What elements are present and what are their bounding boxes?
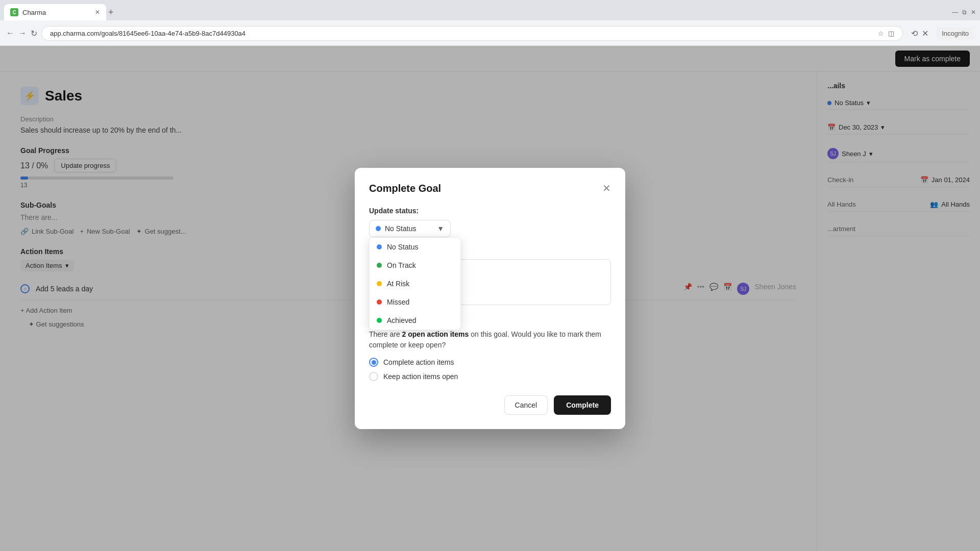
status-option-missed[interactable]: Missed	[370, 293, 460, 311]
on-track-label: On Track	[387, 261, 416, 269]
on-track-dot	[377, 263, 382, 268]
keep-action-items-option[interactable]: Keep action items open	[369, 372, 611, 381]
url-text: app.charma.com/goals/81645ee6-10aa-4e74-…	[50, 30, 246, 37]
selected-status-dot	[376, 226, 381, 231]
complete-action-items-option[interactable]: Complete action items	[369, 358, 611, 367]
missed-label: Missed	[387, 298, 409, 306]
incognito-badge: Incognito	[937, 28, 974, 39]
status-dropdown-menu: No Status On Track At Risk Missed Achiev…	[369, 237, 461, 330]
tab-title: Charma	[22, 9, 91, 16]
status-option-achieved[interactable]: Achieved	[370, 311, 460, 330]
address-bar: ← → ↻ app.charma.com/goals/81645ee6-10aa…	[0, 20, 980, 46]
modal-header: Complete Goal ✕	[369, 182, 611, 194]
radio-group: Complete action items Keep action items …	[369, 358, 611, 381]
close-action-desc: There are 2 open action items on this go…	[369, 329, 611, 350]
at-risk-label: At Risk	[387, 280, 409, 288]
extensions-icon[interactable]: ◫	[888, 30, 894, 37]
window-restore-button[interactable]: ⧉	[962, 9, 967, 16]
url-bar-icons: ☆ ◫	[878, 30, 894, 37]
window-minimize-button[interactable]: —	[952, 9, 958, 16]
status-option-no-status[interactable]: No Status	[370, 238, 460, 256]
history-icon[interactable]: ⟲	[911, 29, 918, 38]
status-option-at-risk[interactable]: At Risk	[370, 274, 460, 293]
tab-close-icon[interactable]: ✕	[95, 9, 100, 16]
forward-button[interactable]: →	[18, 29, 27, 38]
open-action-items-bold: 2 open action items	[402, 330, 469, 338]
status-option-on-track[interactable]: On Track	[370, 256, 460, 274]
dropdown-arrow-icon: ▼	[437, 224, 444, 233]
complete-action-items-label: Complete action items	[383, 358, 454, 366]
active-tab[interactable]: C Charma ✕	[4, 4, 106, 20]
toolbar-icons: ⟲ ✕	[911, 29, 928, 38]
new-tab-button[interactable]: +	[108, 7, 114, 18]
url-bar[interactable]: app.charma.com/goals/81645ee6-10aa-4e74-…	[41, 26, 903, 41]
keep-radio-circle	[369, 372, 378, 381]
keep-action-items-label: Keep action items open	[383, 372, 458, 381]
complete-radio-circle	[369, 358, 378, 367]
browser-chrome: C Charma ✕ + — ⧉ ✕ ← → ↻ app.charma.com/…	[0, 0, 980, 46]
close-icon[interactable]: ✕	[922, 29, 928, 38]
window-close-button[interactable]: ✕	[971, 9, 976, 16]
window-controls: — ⧉ ✕	[952, 9, 976, 16]
status-dropdown-button[interactable]: No Status ▼	[369, 220, 451, 237]
missed-dot	[377, 299, 382, 305]
cancel-button[interactable]: Cancel	[504, 395, 548, 415]
modal-footer: Cancel Complete	[369, 395, 611, 415]
status-dropdown-wrapper: No Status ▼ No Status On Track At Risk	[369, 220, 611, 237]
complete-goal-modal: Complete Goal ✕ Update status: No Status…	[355, 168, 625, 429]
modal-title: Complete Goal	[369, 183, 441, 194]
back-button[interactable]: ←	[6, 29, 14, 38]
achieved-dot	[377, 318, 382, 323]
tab-favicon: C	[10, 8, 18, 16]
at-risk-dot	[377, 281, 382, 286]
achieved-label: Achieved	[387, 316, 416, 324]
no-status-dot	[377, 244, 382, 249]
page-content: Mark as complete ⚡ Sales Description Sal…	[0, 46, 980, 551]
no-status-label: No Status	[387, 243, 418, 251]
modal-close-button[interactable]: ✕	[602, 182, 611, 194]
selected-status-text: No Status	[385, 224, 416, 233]
bookmark-icon[interactable]: ☆	[878, 30, 884, 37]
tab-bar: C Charma ✕ + — ⧉ ✕	[0, 0, 980, 20]
update-status-label: Update status:	[369, 207, 611, 215]
complete-button[interactable]: Complete	[554, 395, 611, 415]
refresh-button[interactable]: ↻	[31, 29, 37, 38]
